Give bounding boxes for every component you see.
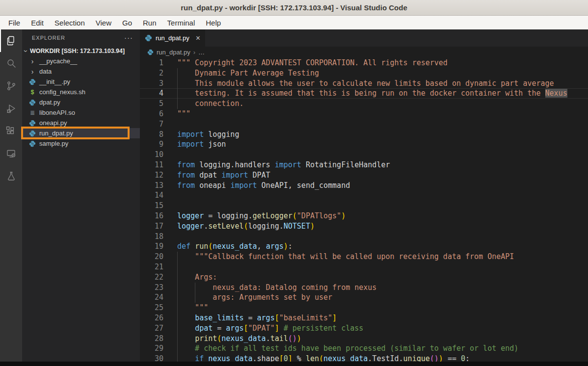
activity-item-extensions[interactable] <box>0 120 22 142</box>
code-line-3[interactable]: 3 This module allows the user to calcula… <box>140 78 588 89</box>
tree-item--init-py[interactable]: __init__.py <box>22 77 140 87</box>
tree-item-sample-py[interactable]: sample.py <box>22 138 140 149</box>
line-number[interactable]: 19 <box>140 241 163 252</box>
code-line-23[interactable]: 23 nexus_data: Datalog coming from nexus <box>140 283 588 293</box>
code-line-25[interactable]: 25 """ <box>140 303 588 313</box>
breadcrumb-more[interactable]: … <box>198 49 205 56</box>
line-number[interactable]: 10 <box>140 150 163 160</box>
code-line-29[interactable]: 29 # check if all test ids have been pro… <box>140 343 588 354</box>
menu-edit[interactable]: Edit <box>26 19 49 27</box>
activity-item-search[interactable] <box>0 52 22 75</box>
line-number[interactable]: 15 <box>140 201 163 211</box>
line-number[interactable]: 8 <box>140 130 163 140</box>
activity-item-source-control[interactable] <box>0 75 22 97</box>
code-line-9[interactable]: 9import json <box>140 139 588 150</box>
token: ) <box>341 211 346 220</box>
tree-item-run-dpat-py[interactable]: run_dpat.py <box>22 128 140 138</box>
line-number[interactable]: 2 <box>140 68 163 78</box>
menu-terminal[interactable]: Terminal <box>162 19 201 27</box>
line-number[interactable]: 4 <box>140 88 163 99</box>
activity-item-explorer[interactable] <box>0 29 22 52</box>
code-line-18[interactable]: 18 <box>140 232 588 242</box>
code-line-2[interactable]: 2 Dynamic Part Average Testing <box>140 68 588 78</box>
line-content: args: Arguments set by user <box>163 292 588 303</box>
code-line-30[interactable]: 30 if nexus_data.shape[0] % len(nexus_da… <box>140 354 588 362</box>
tab-run-dpat-py[interactable]: run_dpat.py × <box>140 29 205 47</box>
line-number[interactable]: 11 <box>140 160 163 170</box>
line-number[interactable]: 24 <box>140 292 163 303</box>
code-line-19[interactable]: 19def run(nexus_data, args): <box>140 241 588 252</box>
code-line-15[interactable]: 15 <box>140 201 588 211</box>
code-line-10[interactable]: 10 <box>140 150 588 160</box>
menu-help[interactable]: Help <box>200 19 226 27</box>
code-line-7[interactable]: 7 <box>140 119 588 130</box>
tree-item-dpat-py[interactable]: dpat.py <box>22 97 140 107</box>
code-line-22[interactable]: 22 Args: <box>140 272 588 283</box>
menu-run[interactable]: Run <box>137 19 162 27</box>
more-actions-icon[interactable]: ··· <box>124 33 133 42</box>
activity-item-remote-explorer[interactable] <box>0 142 22 165</box>
line-number[interactable]: 26 <box>140 313 163 323</box>
code-line-28[interactable]: 28 print(nexus_data.tail()) <box>140 334 588 344</box>
indent-guide <box>177 99 178 109</box>
code-editor[interactable]: 1""" Copyright 2023 ADVANTEST CORPORATIO… <box>140 57 588 362</box>
line-number[interactable]: 3 <box>140 78 163 89</box>
line-number[interactable]: 22 <box>140 272 163 283</box>
line-content: """ <box>163 109 588 119</box>
code-line-4[interactable]: 4 testing. It is assumed that this is be… <box>140 88 588 99</box>
line-number[interactable]: 28 <box>140 334 163 344</box>
close-icon[interactable]: × <box>196 34 200 43</box>
token: testing. It is assumed that this is bein… <box>177 89 545 98</box>
line-number[interactable]: 25 <box>140 303 163 313</box>
menu-go[interactable]: Go <box>117 19 137 27</box>
line-number[interactable]: 12 <box>140 170 163 181</box>
line-number[interactable]: 1 <box>140 58 163 68</box>
line-number[interactable]: 27 <box>140 323 163 334</box>
line-number[interactable]: 18 <box>140 232 163 242</box>
line-number[interactable]: 23 <box>140 283 163 293</box>
code-line-27[interactable]: 27 dpat = args["DPAT"] # persistent clas… <box>140 323 588 334</box>
activity-item-testing[interactable] <box>0 165 22 187</box>
code-line-16[interactable]: 16logger = logging.getLogger("DPATlogs") <box>140 211 588 221</box>
line-number[interactable]: 9 <box>140 139 163 150</box>
code-line-24[interactable]: 24 args: Arguments set by user <box>140 292 588 303</box>
code-line-6[interactable]: 6""" <box>140 109 588 119</box>
token: [ <box>275 314 279 322</box>
menu-view[interactable]: View <box>90 19 117 27</box>
tree-item-data[interactable]: ›data <box>22 66 140 77</box>
line-number[interactable]: 17 <box>140 221 163 232</box>
line-content: from logging.handlers import RotatingFil… <box>163 160 588 170</box>
shell-script-icon: $ <box>28 89 36 96</box>
code-line-14[interactable]: 14 <box>140 190 588 201</box>
code-line-20[interactable]: 20 """Callback function that will be cal… <box>140 252 588 262</box>
tree-item--pycache-[interactable]: ›__pycache__ <box>22 56 140 66</box>
tree-item-oneapi-py[interactable]: oneapi.py <box>22 118 140 128</box>
code-line-11[interactable]: 11from logging.handlers import RotatingF… <box>140 160 588 170</box>
line-number[interactable]: 6 <box>140 109 163 119</box>
line-number[interactable]: 16 <box>140 211 163 221</box>
line-number[interactable]: 30 <box>140 354 163 362</box>
tree-item-config-nexus-sh[interactable]: $config_nexus.sh <box>22 87 140 97</box>
line-number[interactable]: 7 <box>140 119 163 130</box>
code-line-5[interactable]: 5 connection. <box>140 99 588 109</box>
code-line-26[interactable]: 26 base_limits = args["baseLimits"] <box>140 313 588 323</box>
line-number[interactable]: 14 <box>140 190 163 201</box>
workspace-section[interactable]: › WORKDIR [SSH: 172.173.103.94] <box>22 46 140 56</box>
line-number[interactable]: 5 <box>140 99 163 109</box>
code-line-8[interactable]: 8import logging <box>140 130 588 140</box>
code-line-13[interactable]: 13from oneapi import OneAPI, send_comman… <box>140 181 588 191</box>
code-line-21[interactable]: 21 <box>140 262 588 272</box>
code-line-12[interactable]: 12from dpat import DPAT <box>140 170 588 181</box>
line-number[interactable]: 13 <box>140 181 163 191</box>
menu-selection[interactable]: Selection <box>49 19 90 27</box>
tree-item-liboneapi-so[interactable]: ≣liboneAPI.so <box>22 107 140 118</box>
line-number[interactable]: 20 <box>140 252 163 262</box>
code-line-1[interactable]: 1""" Copyright 2023 ADVANTEST CORPORATIO… <box>140 58 588 68</box>
line-number[interactable]: 29 <box>140 343 163 354</box>
code-line-17[interactable]: 17logger.setLevel(logging.NOTSET) <box>140 221 588 232</box>
activity-item-run-and-debug[interactable] <box>0 97 22 120</box>
line-number[interactable]: 21 <box>140 262 163 272</box>
vscode-window: run_dpat.py - workdir [SSH: 172.173.103.… <box>0 0 588 366</box>
menu-file[interactable]: File <box>3 19 26 27</box>
breadcrumb-file[interactable]: run_dpat.py <box>157 49 190 56</box>
